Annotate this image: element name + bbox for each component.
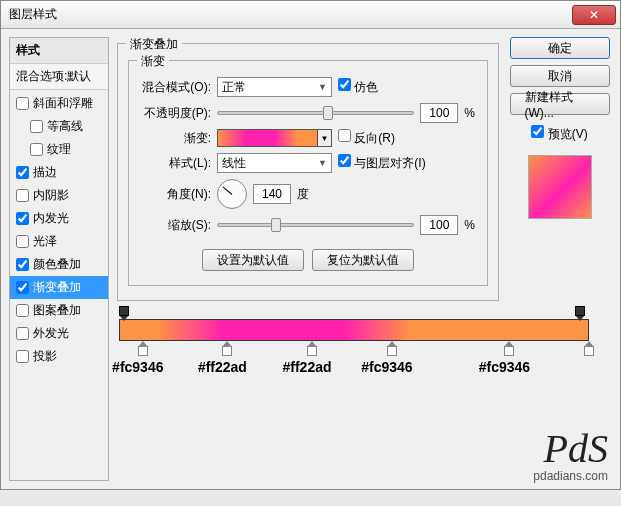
style-item-8[interactable]: 渐变叠加 [10,276,108,299]
dither-checkbox[interactable]: 仿色 [338,78,378,96]
main-settings: 渐变叠加 渐变 混合模式(O): 正常▼ 仿色 不透明度(P): [117,37,499,481]
style-item-7[interactable]: 颜色叠加 [10,253,108,276]
color-stop-label: #fc9346 [479,359,530,375]
gradient-group: 渐变 混合模式(O): 正常▼ 仿色 不透明度(P): % [128,60,488,286]
scale-slider[interactable] [217,223,414,227]
watermark: PdS pdadians.com [533,429,608,483]
color-stop[interactable] [584,341,594,355]
close-button[interactable]: ✕ [572,5,616,25]
preview-swatch [528,155,592,219]
style-checkbox[interactable] [16,281,29,294]
angle-label: 角度(N): [141,186,211,203]
style-label: 纹理 [47,141,71,158]
reverse-checkbox[interactable]: 反向(R) [338,129,395,147]
style-checkbox[interactable] [30,143,43,156]
style-checkbox[interactable] [30,120,43,133]
layer-style-dialog: 图层样式 ✕ 样式 混合选项:默认 斜面和浮雕等高线纹理描边内阴影内发光光泽颜色… [0,0,621,490]
style-label: 内阴影 [33,187,69,204]
style-label: 投影 [33,348,57,365]
group-title: 渐变叠加 [126,36,182,53]
gradient-bar[interactable] [119,319,589,341]
style-item-3[interactable]: 描边 [10,161,108,184]
style-combo[interactable]: 线性▼ [217,153,332,173]
style-item-0[interactable]: 斜面和浮雕 [10,92,108,115]
color-stop[interactable] [222,341,232,355]
chevron-down-icon: ▼ [317,130,331,146]
opacity-stop[interactable] [575,309,585,319]
dialog-title: 图层样式 [9,6,57,23]
style-label: 样式(L): [141,155,211,172]
gradient-label: 渐变: [141,130,211,147]
color-stop-label: #ff22ad [198,359,247,375]
gradient-editor: #fc9346#ff22ad#ff22ad#fc9346#fc9346 [119,319,589,341]
opacity-label: 不透明度(P): [141,105,211,122]
opacity-stop[interactable] [119,309,129,319]
blend-mode-label: 混合模式(O): [141,79,211,96]
chevron-down-icon: ▼ [318,158,327,168]
style-checkbox[interactable] [16,258,29,271]
style-checkbox[interactable] [16,97,29,110]
style-label: 颜色叠加 [33,256,81,273]
scale-label: 缩放(S): [141,217,211,234]
chevron-down-icon: ▼ [318,82,327,92]
style-label: 渐变叠加 [33,279,81,296]
style-item-11[interactable]: 投影 [10,345,108,368]
style-checkbox[interactable] [16,327,29,340]
color-stop[interactable] [138,341,148,355]
style-checkbox[interactable] [16,166,29,179]
style-item-1[interactable]: 等高线 [10,115,108,138]
set-default-button[interactable]: 设置为默认值 [202,249,304,271]
angle-input[interactable] [253,184,291,204]
style-checkbox[interactable] [16,350,29,363]
align-checkbox[interactable]: 与图层对齐(I) [338,154,426,172]
style-checkbox[interactable] [16,212,29,225]
titlebar: 图层样式 ✕ [1,1,620,29]
style-checkbox[interactable] [16,235,29,248]
cancel-button[interactable]: 取消 [510,65,610,87]
angle-dial[interactable] [217,179,247,209]
style-item-9[interactable]: 图案叠加 [10,299,108,322]
style-label: 内发光 [33,210,69,227]
color-stop[interactable] [307,341,317,355]
style-checkbox[interactable] [16,304,29,317]
style-label: 图案叠加 [33,302,81,319]
scale-input[interactable] [420,215,458,235]
reset-default-button[interactable]: 复位为默认值 [312,249,414,271]
style-item-4[interactable]: 内阴影 [10,184,108,207]
style-checkbox[interactable] [16,189,29,202]
blend-options-item[interactable]: 混合选项:默认 [10,64,108,90]
style-item-10[interactable]: 外发光 [10,322,108,345]
color-stop[interactable] [387,341,397,355]
color-stop-label: #fc9346 [112,359,163,375]
close-icon: ✕ [589,8,599,22]
style-label: 外发光 [33,325,69,342]
color-stop[interactable] [504,341,514,355]
style-label: 等高线 [47,118,83,135]
style-item-6[interactable]: 光泽 [10,230,108,253]
right-panel: 确定 取消 新建样式(W)... 预览(V) [507,37,612,481]
style-item-2[interactable]: 纹理 [10,138,108,161]
opacity-slider[interactable] [217,111,414,115]
style-list-panel: 样式 混合选项:默认 斜面和浮雕等高线纹理描边内阴影内发光光泽颜色叠加渐变叠加图… [9,37,109,481]
inner-group-title: 渐变 [137,53,169,70]
opacity-input[interactable] [420,103,458,123]
blend-mode-combo[interactable]: 正常▼ [217,77,332,97]
style-label: 斜面和浮雕 [33,95,93,112]
style-list-header: 样式 [10,38,108,64]
style-label: 光泽 [33,233,57,250]
gradient-picker[interactable]: ▼ [217,129,332,147]
preview-checkbox[interactable]: 预览(V) [531,125,587,143]
ok-button[interactable]: 确定 [510,37,610,59]
style-item-5[interactable]: 内发光 [10,207,108,230]
new-style-button[interactable]: 新建样式(W)... [510,93,610,115]
gradient-overlay-group: 渐变叠加 渐变 混合模式(O): 正常▼ 仿色 不透明度(P): [117,43,499,301]
style-label: 描边 [33,164,57,181]
color-stop-label: #ff22ad [282,359,331,375]
color-stop-label: #fc9346 [361,359,412,375]
